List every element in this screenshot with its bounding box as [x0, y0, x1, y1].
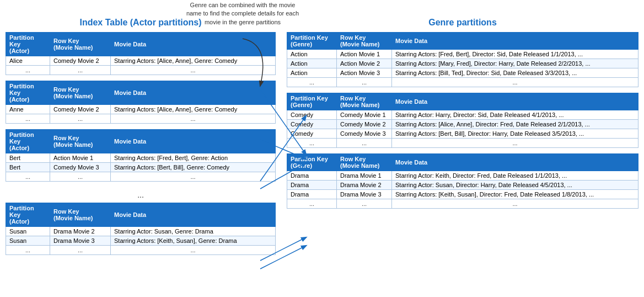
dots-row: ......... [287, 139, 638, 148]
table-row: Susan Drama Movie 2 Starring Actor: Susa… [6, 227, 276, 236]
table-row: Comedy Comedy Movie 1 Starring Actor: Ha… [287, 110, 638, 120]
col-header-partition-3: Partition Key(Actor) [6, 130, 50, 153]
cell-genre: Action [287, 50, 337, 59]
cell-movie-name: Comedy Movie 3 [50, 163, 111, 172]
dots-row: ......... [6, 172, 276, 182]
col-header-row-1: Row Key(Movie Name) [50, 33, 111, 56]
col-header-movie-3: Movie Data [111, 130, 276, 153]
table-row: Comedy Comedy Movie 3 Starring Actors: [… [287, 129, 638, 139]
dots-row: ......... [6, 246, 276, 255]
cell-movie-name: Drama Movie 2 [50, 227, 111, 236]
cell-movie-name: Drama Movie 1 [337, 171, 392, 181]
g-col-header-row-1: Row Key(Movie Name) [337, 33, 392, 50]
cell-genre: Action [287, 59, 337, 68]
cell-actor: Bert [6, 163, 50, 172]
cell-actor: Susan [6, 227, 50, 236]
table-row: Susan Drama Movie 3 Starring Actors: [Ke… [6, 236, 276, 246]
col-header-row-2: Row Key(Movie Name) [50, 81, 111, 105]
cell-genre: Comedy [287, 110, 337, 120]
dots-row: ......... [287, 199, 638, 209]
actor-table-bert: Partition Key(Actor) Row Key(Movie Name)… [6, 129, 276, 182]
cell-movie-data: Starring Actors: [Keith, Susan], Genre: … [111, 236, 276, 246]
actor-table-susan: Partition Key(Actor) Row Key(Movie Name)… [6, 203, 276, 255]
cell-actor: Alice [6, 56, 50, 66]
actor-table-anne: Partition Key(Actor) Row Key(Movie Name)… [6, 81, 276, 124]
cell-actor: Bert [6, 153, 50, 163]
table-row: Anne Comedy Movie 2 Starring Actors: [Al… [6, 105, 276, 114]
table-row: Drama Drama Movie 2 Starring Actor: Susa… [287, 181, 638, 190]
table-row: Drama Drama Movie 1 Starring Actor: Keit… [287, 171, 638, 181]
cell-movie-data: Starring Actor: Harry, Director: Sid, Da… [392, 110, 638, 120]
cell-movie-data: Starring Actors: [Alice, Anne], Director… [392, 120, 638, 129]
g-col-header-partition-2: Partition Key(Genre) [287, 93, 337, 110]
g-col-header-row-2: Row Key(Movie Name) [337, 93, 392, 110]
col-header-movie-2: Movie Data [111, 81, 276, 105]
cell-movie-name: Action Movie 1 [50, 153, 111, 163]
g-col-header-row-3: Row Key(Movie Name) [337, 154, 392, 171]
cell-movie-name: Drama Movie 2 [337, 181, 392, 190]
cell-movie-data: Starring Actors: [Bert, Bill], Director:… [392, 129, 638, 139]
cell-movie-name: Comedy Movie 2 [50, 105, 111, 114]
cell-actor: Susan [6, 236, 50, 246]
cell-movie-data: Starring Actors: [Mary, Fred], Director:… [392, 59, 638, 68]
table-row: Bert Action Movie 1 Starring Actors: [Fr… [6, 153, 276, 163]
cell-movie-name: Comedy Movie 2 [337, 120, 392, 129]
table-row: Action Action Movie 1 Starring Actors: [… [287, 50, 638, 59]
cell-movie-name: Comedy Movie 1 [337, 110, 392, 120]
cell-movie-name: Comedy Movie 2 [50, 56, 111, 66]
cell-movie-name: Comedy Movie 3 [337, 129, 392, 139]
cell-movie-data: Starring Actors: [Bert, Bill], Genre: Co… [111, 163, 276, 172]
dots-row: ......... [287, 78, 638, 87]
dots-row: ......... [6, 66, 276, 75]
cell-genre: Comedy [287, 129, 337, 139]
annotation-text: Genre can be combined with the movie nam… [186, 2, 299, 25]
cell-genre: Action [287, 68, 337, 78]
col-header-row-3: Row Key(Movie Name) [50, 130, 111, 153]
ellipsis-separator: ... [6, 187, 276, 203]
cell-movie-name: Action Movie 3 [337, 68, 392, 78]
col-header-movie-1: Movie Data [111, 33, 276, 56]
table-row: Comedy Comedy Movie 2 Starring Actors: [… [287, 120, 638, 129]
g-col-header-movie-1: Movie Data [392, 33, 638, 50]
cell-movie-data: Starring Actors: [Alice, Anne], Genre: C… [111, 56, 276, 66]
col-header-partition-1: Partition Key(Actor) [6, 33, 50, 56]
cell-genre: Drama [287, 181, 337, 190]
cell-movie-data: Starring Actors: [Bill, Ted], Director: … [392, 68, 638, 78]
table-row: Alice Comedy Movie 2 Starring Actors: [A… [6, 56, 276, 66]
dots-row: ......... [6, 114, 276, 124]
g-col-header-movie-3: Movie Data [392, 154, 638, 171]
cell-movie-name: Action Movie 1 [337, 50, 392, 59]
cell-movie-data: Starring Actors: [Keith, Susan], Directo… [392, 190, 638, 199]
g-col-header-partition-3: Partition Key(Genre) [287, 154, 337, 171]
genre-table-action: Partition Key(Genre) Row Key(Movie Name)… [287, 32, 638, 87]
right-section-title: Genre partitions [287, 18, 638, 28]
cell-genre: Drama [287, 171, 337, 181]
col-header-row-4: Row Key(Movie Name) [50, 203, 111, 227]
table-row: Action Action Movie 3 Starring Actors: [… [287, 68, 638, 78]
col-header-partition-4: Partition Key(Actor) [6, 203, 50, 227]
col-header-partition-2: Partition Key(Actor) [6, 81, 50, 105]
cell-genre: Drama [287, 190, 337, 199]
cell-genre: Comedy [287, 120, 337, 129]
table-row: Drama Drama Movie 3 Starring Actors: [Ke… [287, 190, 638, 199]
g-col-header-movie-2: Movie Data [392, 93, 638, 110]
cell-actor: Anne [6, 105, 50, 114]
cell-movie-data: Starring Actor: Susan, Genre: Drama [111, 227, 276, 236]
cell-movie-data: Starring Actors: [Alice, Anne], Genre: C… [111, 105, 276, 114]
col-header-movie-4: Movie Data [111, 203, 276, 227]
cell-movie-data: Starring Actors: [Fred, Bert], Genre: Ac… [111, 153, 276, 163]
cell-movie-name: Action Movie 2 [337, 59, 392, 68]
table-row: Bert Comedy Movie 3 Starring Actors: [Be… [6, 163, 276, 172]
actor-table-alice: Partition Key(Actor) Row Key(Movie Name)… [6, 32, 276, 75]
cell-movie-data: Starring Actor: Keith, Director: Fred, D… [392, 171, 638, 181]
g-col-header-partition-1: Partition Key(Genre) [287, 33, 337, 50]
genre-table-drama: Partition Key(Genre) Row Key(Movie Name)… [287, 153, 638, 209]
table-row: Action Action Movie 2 Starring Actors: [… [287, 59, 638, 68]
genre-table-comedy: Partition Key(Genre) Row Key(Movie Name)… [287, 93, 638, 148]
cell-movie-data: Starring Actors: [Fred, Bert], Director:… [392, 50, 638, 59]
cell-movie-data: Starring Actor: Susan, Director: Harry, … [392, 181, 638, 190]
cell-movie-name: Drama Movie 3 [50, 236, 111, 246]
cell-movie-name: Drama Movie 3 [337, 190, 392, 199]
